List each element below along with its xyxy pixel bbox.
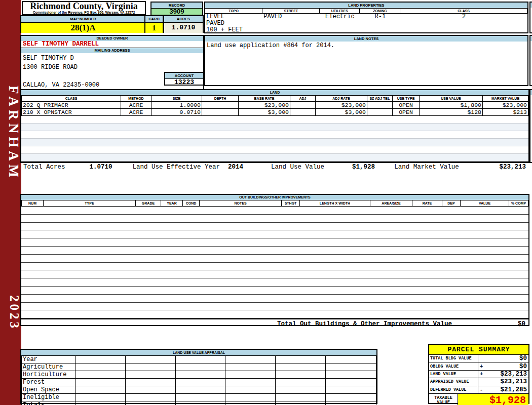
empty-row [21, 116, 528, 124]
record-box: RECORD 3909 [150, 2, 203, 15]
land-column-header: MARKET VALUE [483, 96, 528, 102]
land-table-section: LAND CLASSMETHODSIZEDEPTHBASE RATEADJADJ… [20, 89, 529, 163]
effective-year-label: Land Use Effective Year [133, 164, 220, 171]
empty-row [21, 139, 528, 146]
effective-year-value: 2014 [228, 164, 243, 171]
appraisal-cell [225, 356, 276, 363]
appraisal-cell [126, 363, 176, 371]
appraisal-row-label: Horticulture [22, 371, 75, 379]
appraisal-cell [276, 386, 326, 394]
tax-year-label: 2023 [0, 282, 21, 343]
year-district-sidebar: FARNHAM 2023 [0, 0, 21, 405]
land-table-empty-rows [21, 116, 528, 161]
cutoff-column-land [529, 89, 532, 163]
empty-row [21, 278, 528, 287]
land-properties-values: LEVEL PAVED 100 + FEET PAVED Electric R-… [205, 14, 527, 33]
parcel-summary: PARCEL SUMMARY TOTAL BLDG VALUE$0OBLDG V… [428, 344, 529, 404]
out-buildings-column-header: AREA/SIZE [370, 200, 412, 207]
parcel-summary-row-label: DEFERRED VALUE [429, 386, 478, 393]
empty-row [21, 303, 528, 311]
appraisal-cell [325, 386, 376, 394]
acres-label: ACRES [164, 16, 203, 22]
appraisal-cell [225, 363, 276, 371]
parcel-summary-operator: + [478, 371, 484, 378]
land-properties-title: LAND PROPERTIES [205, 3, 527, 8]
county-header: Richmond County, Virginia Commissioner o… [22, 1, 146, 15]
land-column-header: USE VALUE [420, 96, 483, 102]
out-buildings-column-header: YEAR [161, 200, 183, 207]
appraisal-cell [126, 401, 176, 405]
land-cell: $3,000 [316, 109, 367, 116]
land-notes-section: LAND NOTES Land use application #864 for… [204, 35, 528, 86]
appraisal-cell [276, 356, 326, 363]
land-cell: OPEN [393, 109, 420, 116]
card-label: CARD [145, 16, 163, 22]
appraisal-row: Year [22, 356, 376, 363]
empty-row [21, 247, 528, 255]
land-column-header: SZ ADJ TBL [367, 96, 393, 102]
appraisal-cell [126, 386, 176, 394]
empty-row [21, 131, 528, 139]
land-totals-row: Total Acres 1.0710 Land Use Effective Ye… [21, 161, 528, 171]
empty-row [21, 215, 528, 223]
zoning-value: R-1 [360, 14, 400, 33]
land-cell [367, 102, 393, 109]
appraisal-cell [175, 379, 225, 386]
land-use-value-label: Land Use Value [271, 164, 324, 171]
appraisal-cell [126, 356, 176, 363]
appraisal-row-label: Totals [22, 401, 75, 405]
appraisal-cell [175, 401, 225, 405]
empty-row [21, 154, 528, 161]
acres-box: ACRES 1.0710 [163, 15, 204, 33]
appraisal-cell [75, 363, 126, 371]
account-box: ACCOUNT 13223 [164, 72, 204, 86]
appraisal-cell [175, 356, 225, 363]
out-buildings-column-header: % COMP [509, 200, 528, 207]
land-cell: $23,000 [316, 102, 367, 109]
land-cell: $23,000 [239, 102, 290, 109]
appraisal-cell [276, 363, 326, 371]
out-buildings-column-header: NOTES [200, 200, 282, 207]
parcel-summary-row-label: OBLDG VALUE [429, 362, 478, 370]
land-column-header: SIZE [151, 96, 202, 102]
appraisal-cell [75, 356, 126, 363]
appraisal-cell [225, 371, 276, 379]
appraisal-cell [126, 394, 176, 401]
land-market-value-label: Land Market Value [394, 164, 459, 171]
land-column-header: BASE RATE [239, 96, 290, 102]
parcel-summary-row-label: TOTAL BLDG VALUE [429, 355, 478, 362]
appraisal-row-label: Open Space [22, 386, 75, 394]
land-column-header: ADJ [290, 96, 316, 102]
land-notes-text: Land use application #864 for 2014. [205, 42, 527, 50]
parcel-summary-row-value: $21,285 [484, 386, 528, 393]
out-buildings-column-header: COND [183, 200, 200, 207]
map-number-label: MAP NUMBER [21, 16, 145, 22]
appraisal-cell [75, 371, 126, 379]
appraisal-cell [126, 371, 176, 379]
appraisal-cell [325, 371, 376, 379]
out-buildings-column-header: DEP [442, 200, 461, 207]
parcel-summary-operator: - [478, 386, 484, 393]
parcel-summary-row: DEFERRED VALUE-$21,285 [429, 386, 528, 394]
land-use-value: $1,928 [352, 164, 375, 171]
utilities-value: Electric [320, 14, 360, 33]
parcel-summary-row-value: $23,213 [484, 378, 528, 385]
total-acres-label: Total Acres [23, 164, 65, 171]
map-number-value: 28(1)A [21, 22, 145, 33]
out-buildings-column-header: GRADE [136, 200, 161, 207]
empty-row [21, 207, 528, 215]
out-buildings-column-header: TYPE [44, 200, 136, 207]
land-cell: 202 Q PRIMACR [22, 102, 121, 109]
appraisal-cell [276, 371, 326, 379]
parcel-summary-operator: + [478, 362, 484, 370]
out-buildings-header-row: NUMTYPEGRADEYEARCONDNOTESSTHGTLENGTH X W… [22, 200, 528, 207]
appraisal-row-label: Year [22, 356, 75, 363]
appraisal-cell [325, 363, 376, 371]
appraisal-row-label: Agriculture [22, 363, 75, 371]
account-value: 13223 [165, 78, 203, 86]
land-cell: ACRE [121, 102, 151, 109]
empty-row [21, 223, 528, 231]
card-box: CARD 1 [144, 15, 164, 33]
parcel-summary-row: APPRAISED VALUE$23,213 [429, 378, 528, 386]
empty-row [21, 238, 528, 247]
